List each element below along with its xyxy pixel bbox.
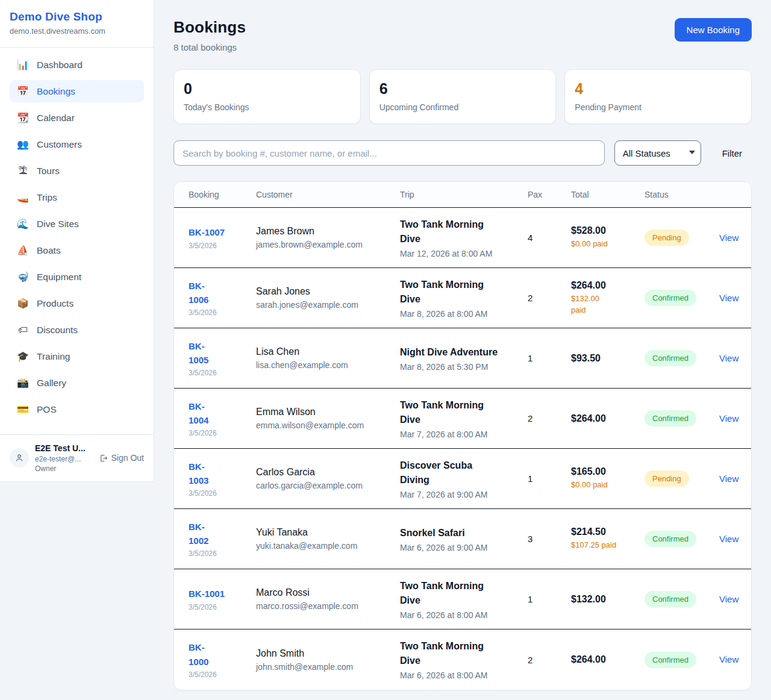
table-row: BK- 1004 3/5/2026 Emma Wilson emma.wilso… <box>174 389 751 449</box>
sidebar-item-boats[interactable]: ⛵ Boats <box>10 239 144 261</box>
total-amount: $528.00 <box>571 225 645 236</box>
page-header: Bookings 8 total bookings New Booking <box>173 18 752 52</box>
total-cell: $165.00 $0.00 paid <box>571 466 645 491</box>
sidebar-item-calendar[interactable]: 📆 Calendar <box>10 107 144 129</box>
actions-cell: View <box>719 233 738 243</box>
customer-email: lisa.chen@example.com <box>256 360 400 370</box>
booking-date: 3/5/2026 <box>189 242 256 250</box>
booking-id-link[interactable]: BK- 1004 <box>189 399 256 428</box>
search-input[interactable] <box>173 140 605 166</box>
status-badge: Pending <box>645 470 689 487</box>
customer-cell: Emma Wilson emma.wilson@example.com <box>256 407 400 430</box>
stat-label: Pending Payment <box>575 102 741 112</box>
status-badge: Confirmed <box>645 591 696 607</box>
trip-datetime: Mar 7, 2026 at 8:00 AM <box>400 430 528 439</box>
table-row: BK-1007 3/5/2026 James Brown james.brown… <box>174 208 751 268</box>
customer-name: Yuki Tanaka <box>256 527 400 538</box>
main-content: Bookings 8 total bookings New Booking 0 … <box>154 0 771 700</box>
sidebar-item-customers[interactable]: 👥 Customers <box>10 133 144 155</box>
customers-icon: 👥 <box>17 139 29 150</box>
booking-cell: BK- 1002 3/5/2026 <box>189 520 256 558</box>
stat-label: Upcoming Confirmed <box>379 102 546 112</box>
view-link[interactable]: View <box>719 473 738 484</box>
sidebar-item-pos[interactable]: 💳 POS <box>10 398 144 420</box>
stats-row: 0 Today's Bookings 6 Upcoming Confirmed … <box>173 69 752 124</box>
sidebar-item-bookings[interactable]: 📅 Bookings <box>10 80 144 102</box>
shop-name[interactable]: Demo Dive Shop <box>10 10 144 23</box>
status-badge: Confirmed <box>645 652 696 668</box>
tours-icon: 🏝 <box>17 166 29 177</box>
booking-id-link[interactable]: BK- 1002 <box>189 520 256 548</box>
view-link[interactable]: View <box>719 594 738 604</box>
sidebar-item-equipment[interactable]: 🤿 Equipment <box>10 266 144 288</box>
sidebar-item-dive-sites[interactable]: 🌊 Dive Sites <box>10 213 144 235</box>
view-link[interactable]: View <box>719 654 738 664</box>
total-cell: $264.00 $132.00 paid <box>571 280 645 316</box>
actions-cell: View <box>719 594 738 605</box>
actions-cell: View <box>719 534 738 545</box>
sidebar-user: E2E Test U... e2e-tester@... Owner Sign … <box>0 434 154 481</box>
trip-datetime: Mar 6, 2026 at 9:00 AM <box>400 543 528 552</box>
column-header-booking: Booking <box>189 190 256 199</box>
sidebar-item-trips[interactable]: 🚤 Trips <box>10 186 144 208</box>
sidebar-item-gallery[interactable]: 📸 Gallery <box>10 372 144 394</box>
customer-name: James Brown <box>256 226 400 237</box>
customer-email: james.brown@example.com <box>256 240 400 249</box>
customer-email: sarah.jones@example.com <box>256 300 400 310</box>
booking-id-link[interactable]: BK- 1005 <box>189 339 256 367</box>
new-booking-button[interactable]: New Booking <box>675 18 752 42</box>
view-link[interactable]: View <box>719 534 738 544</box>
customer-name: Lisa Chen <box>256 346 400 357</box>
status-cell: Confirmed <box>645 531 719 547</box>
booking-id-link[interactable]: BK-1007 <box>189 225 256 239</box>
table-row: BK- 1000 3/5/2026 John Smith john.smith@… <box>174 630 751 690</box>
booking-id-link[interactable]: BK- 1006 <box>189 279 256 307</box>
booking-cell: BK- 1003 3/5/2026 <box>189 460 256 498</box>
total-cell: $528.00 $0.00 paid <box>571 225 645 250</box>
booking-id-link[interactable]: BK- 1000 <box>189 640 256 669</box>
booking-date: 3/5/2026 <box>189 603 256 611</box>
trip-cell: Discover Scuba Diving Mar 7, 2026 at 9:0… <box>400 458 528 499</box>
booking-id-link[interactable]: BK-1001 <box>189 587 256 601</box>
sign-out-button[interactable]: Sign Out <box>99 453 144 463</box>
sidebar-item-dashboard[interactable]: 📊 Dashboard <box>10 54 144 76</box>
total-amount: $264.00 <box>571 280 645 291</box>
filter-button[interactable]: Filter <box>722 148 742 158</box>
status-cell: Confirmed <box>645 290 719 306</box>
view-link[interactable]: View <box>719 233 738 243</box>
table-body: BK-1007 3/5/2026 James Brown james.brown… <box>174 208 751 690</box>
table-row: BK- 1005 3/5/2026 Lisa Chen lisa.chen@ex… <box>174 328 751 389</box>
brand: Demo Dive Shop demo.test.divestreams.com <box>0 0 154 48</box>
sidebar-item-tours[interactable]: 🏝 Tours <box>10 160 144 182</box>
column-header-customer: Customer <box>256 190 400 199</box>
paid-amount: $107.25 paid <box>571 540 645 551</box>
status-badge: Confirmed <box>645 531 696 547</box>
status-cell: Pending <box>645 470 719 487</box>
customer-email: john.smith@example.com <box>256 662 400 672</box>
avatar <box>10 448 29 467</box>
status-cell: Confirmed <box>645 410 719 427</box>
booking-id-link[interactable]: BK- 1003 <box>189 460 256 488</box>
customer-name: Sarah Jones <box>256 286 400 297</box>
sidebar-item-training[interactable]: 🎓 Training <box>10 345 144 367</box>
dive-sites-icon: 🌊 <box>17 218 29 230</box>
sidebar-item-products[interactable]: 📦 Products <box>10 292 144 314</box>
trip-cell: Two Tank Morning Dive Mar 12, 2026 at 8:… <box>400 217 528 258</box>
customer-name: John Smith <box>256 648 400 659</box>
customer-email: emma.wilson@example.com <box>256 420 400 430</box>
stat-value: 0 <box>184 80 351 98</box>
bookings-icon: 📅 <box>17 86 29 97</box>
training-icon: 🎓 <box>17 351 29 362</box>
view-link[interactable]: View <box>719 413 738 423</box>
trip-name: Two Tank Morning Dive <box>400 217 528 246</box>
page-title-block: Bookings 8 total bookings <box>173 18 246 52</box>
column-header-pax: Pax <box>528 190 571 199</box>
total-amount: $93.50 <box>571 353 645 364</box>
view-link[interactable]: View <box>719 353 738 363</box>
trip-datetime: Mar 6, 2026 at 8:00 AM <box>400 610 528 620</box>
user-role: Owner <box>35 464 93 473</box>
status-select[interactable]: All Statuses <box>614 140 701 166</box>
sidebar-item-discounts[interactable]: 🏷 Discounts <box>10 319 144 341</box>
view-link[interactable]: View <box>719 293 738 303</box>
trip-datetime: Mar 8, 2026 at 8:00 AM <box>400 309 528 319</box>
